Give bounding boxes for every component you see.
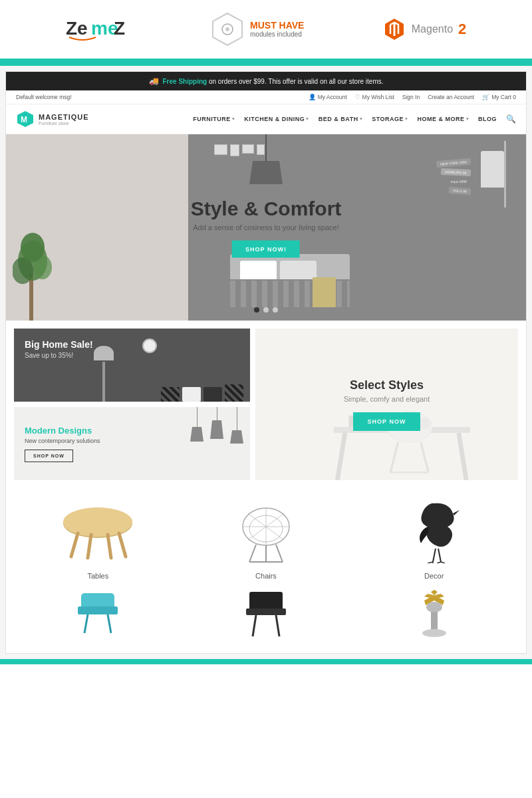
magento-text: Magento bbox=[412, 23, 453, 35]
svg-text:Ze: Ze bbox=[66, 18, 88, 39]
svg-point-5 bbox=[225, 27, 229, 31]
nav-furniture[interactable]: FURNITURE▾ bbox=[193, 116, 235, 122]
hero-subtitle: Add a sense of cosiness to your living s… bbox=[191, 223, 342, 231]
search-icon[interactable]: 🔍 bbox=[506, 114, 516, 124]
promo-light-text: Modern Designs New contemporary solution… bbox=[25, 426, 100, 462]
category-chairs[interactable]: Chairs bbox=[190, 493, 341, 580]
nav-bed[interactable]: BED & BATH▾ bbox=[319, 116, 362, 122]
svg-point-24 bbox=[63, 507, 132, 537]
bottom-product-1[interactable] bbox=[23, 587, 174, 640]
hero-dot-2[interactable] bbox=[263, 307, 269, 313]
svg-point-55 bbox=[422, 629, 446, 637]
zemes-logo[interactable]: Ze me Z bbox=[66, 15, 132, 44]
svg-line-44 bbox=[441, 562, 445, 563]
hero-dot-1[interactable] bbox=[254, 307, 259, 313]
svg-line-41 bbox=[428, 562, 433, 563]
logo-icon: M bbox=[16, 110, 35, 128]
pendant-1 bbox=[190, 407, 203, 444]
pendant-lamps-deco bbox=[190, 407, 243, 444]
svg-line-18 bbox=[390, 442, 398, 473]
bottom-products-row bbox=[6, 580, 526, 653]
welcome-msg: Default welcome msg! bbox=[16, 94, 72, 100]
svg-rect-46 bbox=[78, 606, 118, 614]
select-cta-button[interactable]: SHOP NOW bbox=[353, 412, 421, 431]
my-cart-link[interactable]: 🛒 My Cart 0 bbox=[482, 94, 516, 100]
promo-dark-title: Big Home Sale! bbox=[25, 339, 93, 350]
svg-text:Z: Z bbox=[114, 18, 125, 39]
category-tables[interactable]: Tables bbox=[23, 493, 174, 580]
bottom-product-2[interactable] bbox=[190, 587, 341, 640]
promo-left-column: Big Home Sale! Save up to 35%! Modern De bbox=[14, 329, 250, 480]
heart-icon: ♡ bbox=[355, 94, 360, 100]
hero-dot-3[interactable] bbox=[273, 307, 278, 313]
truck-icon: 🚚 bbox=[149, 76, 159, 86]
promo-light-subtitle: New contemporary solutions bbox=[25, 438, 100, 444]
pendant-3 bbox=[230, 407, 243, 444]
svg-line-16 bbox=[459, 433, 466, 480]
person-icon: 👤 bbox=[309, 94, 316, 100]
svg-line-27 bbox=[108, 535, 111, 558]
nav-storage[interactable]: STORAGE▾ bbox=[372, 116, 408, 122]
store-inner: 🚚 Free Shipping on orders over $99. This… bbox=[5, 71, 527, 654]
logo-text-block: MAGETIQUE Furniture store bbox=[39, 113, 89, 126]
create-account-link[interactable]: Create an Account bbox=[428, 94, 474, 100]
floor-lamp bbox=[94, 346, 114, 402]
tables-label: Tables bbox=[87, 572, 108, 580]
svg-line-43 bbox=[437, 562, 441, 563]
bottom-product-3[interactable] bbox=[358, 587, 509, 640]
categories-section: Tables bbox=[6, 480, 526, 580]
wish-list-link[interactable]: ♡ My Wish List bbox=[355, 94, 394, 100]
bottom-product-1-image bbox=[30, 587, 166, 640]
nav-blog[interactable]: BLOG bbox=[478, 116, 497, 122]
musthave-badge: MUST HAVE modules included bbox=[210, 12, 304, 47]
select-subtitle: Simple, comfy and elegant bbox=[344, 395, 430, 403]
hero-cta-button[interactable]: SHOP NOW! bbox=[232, 241, 300, 258]
sign-in-link[interactable]: Sign In bbox=[402, 94, 420, 100]
nav-kitchen[interactable]: KITCHEN & DINING▾ bbox=[244, 116, 309, 122]
announcement-bar: 🚚 Free Shipping on orders over $99. This… bbox=[6, 72, 526, 90]
plant-decoration bbox=[13, 221, 53, 321]
promo-dark-text: Big Home Sale! Save up to 35%! bbox=[25, 339, 93, 359]
magento-num: 2 bbox=[458, 21, 466, 38]
teal-top-divider bbox=[0, 61, 532, 66]
logo-area[interactable]: M MAGETIQUE Furniture store bbox=[16, 110, 96, 128]
utility-links: 👤 My Account ♡ My Wish List Sign In Crea… bbox=[309, 94, 516, 100]
promo-light-cta[interactable]: SHOP NOW bbox=[25, 450, 73, 462]
cushion-2 bbox=[182, 387, 201, 402]
svg-line-48 bbox=[108, 614, 111, 633]
bottom-product-2-image bbox=[198, 587, 334, 640]
category-decor[interactable]: Decor bbox=[358, 493, 509, 580]
direction-sign: NEW YORK 1060 HAMBURG 88 Paris 3899 OSLO… bbox=[471, 154, 473, 203]
hero-banner: NEW YORK 1060 HAMBURG 88 Paris 3899 OSLO… bbox=[6, 134, 526, 321]
chair-svg bbox=[229, 497, 303, 563]
svg-line-15 bbox=[337, 433, 344, 480]
svg-rect-9 bbox=[29, 274, 33, 321]
svg-line-47 bbox=[84, 614, 88, 633]
my-account-link[interactable]: 👤 My Account bbox=[309, 94, 347, 100]
decor-plant-svg bbox=[411, 589, 458, 638]
svg-point-13 bbox=[21, 233, 45, 262]
svg-line-28 bbox=[119, 533, 126, 557]
promo-card-light: Modern Designs New contemporary solution… bbox=[14, 407, 250, 480]
pillow2 bbox=[280, 261, 317, 281]
svg-line-52 bbox=[276, 615, 279, 636]
nav-home[interactable]: HOME & MORE▾ bbox=[417, 116, 469, 122]
musthave-sublabel: modules included bbox=[250, 31, 304, 38]
promo-dark-subtitle: Save up to 35%! bbox=[25, 352, 93, 359]
table-svg bbox=[58, 500, 138, 560]
svg-line-39 bbox=[433, 549, 436, 562]
coat-rack bbox=[504, 141, 506, 207]
decor-image bbox=[358, 493, 509, 567]
cart-icon: 🛒 bbox=[482, 94, 489, 100]
promo-section: Big Home Sale! Save up to 35%! Modern De bbox=[6, 321, 526, 480]
select-title: Select Styles bbox=[344, 378, 430, 392]
decor-bird-svg bbox=[408, 497, 461, 563]
store-wrapper: 🚚 Free Shipping on orders over $99. This… bbox=[0, 66, 532, 659]
magento-badge: Magento 2 bbox=[382, 17, 467, 41]
cushion-4 bbox=[225, 384, 243, 402]
promo-light-title: Modern Designs bbox=[25, 426, 100, 436]
tables-image bbox=[23, 493, 174, 567]
bottom-product-3-image bbox=[366, 587, 502, 640]
pendant-2 bbox=[210, 407, 223, 444]
small-chair-svg bbox=[74, 590, 121, 636]
